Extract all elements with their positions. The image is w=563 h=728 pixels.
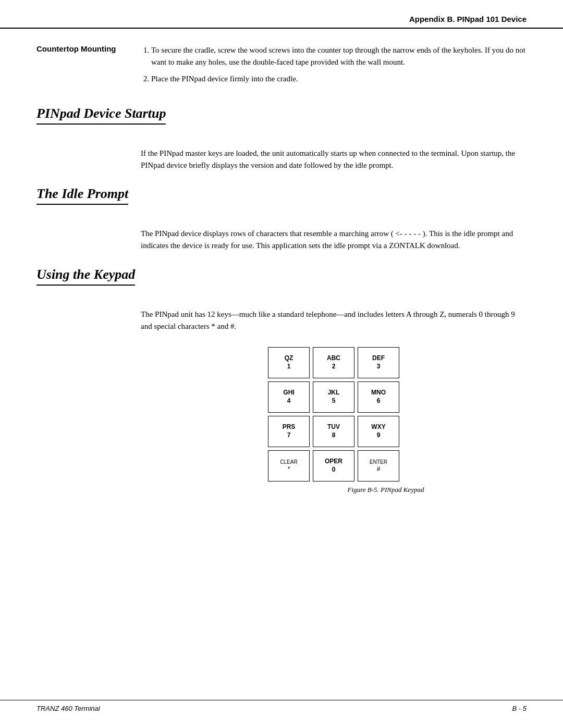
key-8-letters: TUV xyxy=(327,423,340,431)
key-5-letters: JKL xyxy=(328,389,340,397)
key-5[interactable]: JKL 5 xyxy=(313,381,354,413)
key-7-number: 7 xyxy=(287,431,291,440)
idle-section: The Idle Prompt xyxy=(36,186,527,215)
main-content: Countertop Mounting To secure the cradle… xyxy=(0,44,563,494)
key-4-letters: GHI xyxy=(283,389,294,397)
mounting-label: Countertop Mounting xyxy=(36,44,141,90)
page: Appendix B. PINpad 101 Device Countertop… xyxy=(0,0,563,728)
key-4-number: 4 xyxy=(287,397,291,405)
key-oper[interactable]: OPER 0 xyxy=(313,450,354,482)
startup-section: PINpad Device Startup xyxy=(36,106,527,135)
key-enter-label: ENTER xyxy=(370,459,387,465)
startup-body: If the PINpad master keys are loaded, th… xyxy=(141,147,527,172)
key-3-letters: DEF xyxy=(372,354,385,363)
key-1-letters: QZ xyxy=(285,354,293,363)
key-5-number: 5 xyxy=(332,397,336,405)
key-2-number: 2 xyxy=(332,363,336,371)
key-4[interactable]: GHI 4 xyxy=(268,381,310,413)
mounting-section: Countertop Mounting To secure the cradle… xyxy=(36,44,527,90)
key-9-letters: WXY xyxy=(371,423,385,431)
key-1[interactable]: QZ 1 xyxy=(268,347,310,378)
key-2[interactable]: ABC 2 xyxy=(313,347,354,378)
key-3[interactable]: DEF 3 xyxy=(358,347,399,378)
key-2-letters: ABC xyxy=(327,354,340,363)
key-clear[interactable]: CLEAR * xyxy=(268,450,310,482)
mounting-text: To secure the cradle, screw the wood scr… xyxy=(141,44,527,90)
idle-heading: The Idle Prompt xyxy=(36,186,128,205)
key-clear-label: CLEAR xyxy=(280,459,297,465)
key-9[interactable]: WXY 9 xyxy=(358,416,399,447)
key-enter[interactable]: ENTER # xyxy=(358,450,399,482)
keypad-figure: QZ 1 ABC 2 DEF 3 GHI 4 JKL 5 xyxy=(141,347,527,494)
idle-body: The PINpad device displays rows of chara… xyxy=(141,228,527,252)
page-header: Appendix B. PINpad 101 Device xyxy=(0,0,563,29)
key-3-number: 3 xyxy=(377,363,381,371)
key-7[interactable]: PRS 7 xyxy=(268,416,310,447)
mounting-step-2: Place the PINpad device firmly into the … xyxy=(151,73,527,85)
key-6-letters: MNO xyxy=(371,389,386,397)
key-oper-number: 0 xyxy=(332,466,336,474)
key-oper-label: OPER xyxy=(325,458,342,466)
key-1-number: 1 xyxy=(287,363,291,371)
page-footer: TRANZ 460 Terminal B - 5 xyxy=(0,700,563,712)
footer-left: TRANZ 460 Terminal xyxy=(36,705,100,712)
keypad-body: The PINpad unit has 12 keys—much like a … xyxy=(141,309,527,333)
footer-right: B - 5 xyxy=(512,705,527,712)
startup-heading: PINpad Device Startup xyxy=(36,106,166,125)
key-7-letters: PRS xyxy=(283,423,296,431)
key-8[interactable]: TUV 8 xyxy=(313,416,354,447)
key-enter-symbol: # xyxy=(377,465,381,474)
key-6-number: 6 xyxy=(377,397,381,405)
key-8-number: 8 xyxy=(332,431,336,440)
key-clear-symbol: * xyxy=(288,465,290,474)
key-6[interactable]: MNO 6 xyxy=(358,381,399,413)
header-title: Appendix B. PINpad 101 Device xyxy=(409,15,527,23)
mounting-step-1: To secure the cradle, screw the wood scr… xyxy=(151,44,527,68)
keypad-grid: QZ 1 ABC 2 DEF 3 GHI 4 JKL 5 xyxy=(268,347,399,482)
key-9-number: 9 xyxy=(377,431,381,440)
keypad-section: Using the Keypad xyxy=(36,267,527,296)
figure-caption: Figure B-5. PINpad Keypad xyxy=(348,486,424,494)
keypad-heading: Using the Keypad xyxy=(36,267,135,286)
